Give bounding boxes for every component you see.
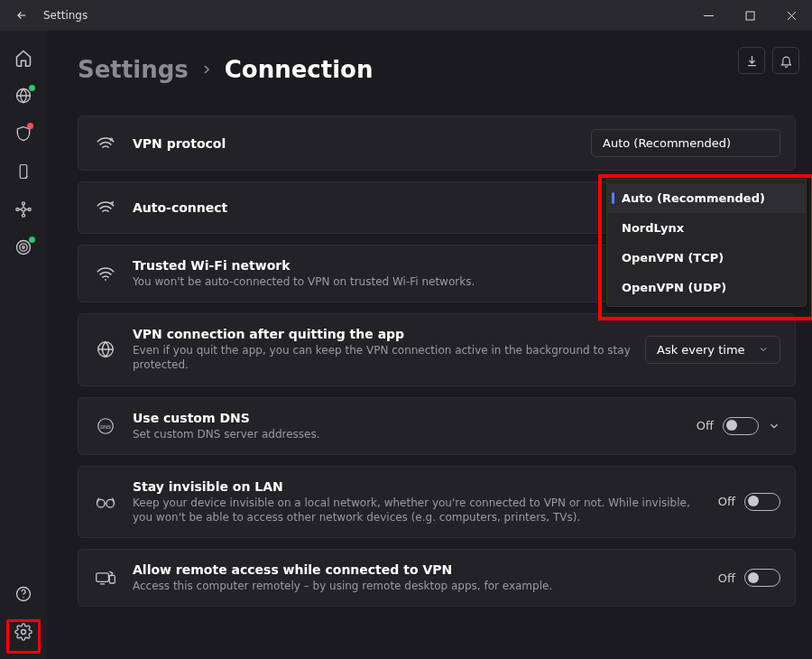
sidebar-item-globe[interactable] xyxy=(9,81,38,110)
chevron-down-icon xyxy=(758,344,769,355)
download-button[interactable] xyxy=(738,47,765,74)
svg-point-7 xyxy=(23,202,25,205)
svg-point-11 xyxy=(23,246,25,249)
wifi-arrow-icon xyxy=(93,195,118,220)
chevron-right-icon xyxy=(199,62,214,77)
wifi-star-icon xyxy=(93,131,118,156)
titlebar: Settings xyxy=(0,0,812,31)
dns-toggle[interactable] xyxy=(723,417,759,435)
remote-toggle[interactable] xyxy=(744,569,780,587)
setting-remote-access: Allow remote access while connected to V… xyxy=(78,549,796,607)
setting-subtitle: Access this computer remotely – by using… xyxy=(133,579,704,593)
protocol-select[interactable]: Auto (Recommended) xyxy=(591,129,780,157)
window-controls xyxy=(687,0,812,31)
svg-point-5 xyxy=(16,209,19,211)
toggle-label: Off xyxy=(697,419,714,432)
svg-point-19 xyxy=(97,499,106,507)
svg-rect-21 xyxy=(97,573,109,581)
sidebar-item-device[interactable] xyxy=(9,157,38,186)
setting-subtitle: Even if you quit the app, you can keep t… xyxy=(133,343,631,372)
dropdown-option[interactable]: NordLynx xyxy=(607,213,806,243)
setting-custom-dns: DNS Use custom DNS Set custom DNS server… xyxy=(78,397,796,455)
breadcrumb-root[interactable]: Settings xyxy=(78,56,189,83)
svg-rect-3 xyxy=(20,165,27,179)
dns-icon: DNS xyxy=(93,413,118,439)
topbar-actions xyxy=(738,47,799,74)
dropdown-option[interactable]: OpenVPN (UDP) xyxy=(607,273,806,302)
status-dot-icon xyxy=(29,85,35,91)
svg-rect-22 xyxy=(109,576,115,584)
setting-subtitle: Set custom DNS server addresses. xyxy=(133,427,682,441)
svg-rect-0 xyxy=(704,15,714,16)
setting-title: Allow remote access while connected to V… xyxy=(133,562,704,577)
setting-subtitle: Keep your device invisible on a local ne… xyxy=(133,496,704,524)
dropdown-option[interactable]: OpenVPN (TCP) xyxy=(607,243,806,273)
setting-vpn-protocol: VPN protocol Auto (Recommended) xyxy=(78,116,796,171)
svg-point-8 xyxy=(23,214,25,217)
setting-title: Auto-connect xyxy=(133,200,640,215)
setting-after-quit: VPN connection after quitting the app Ev… xyxy=(78,313,796,385)
protocol-dropdown: Auto (Recommended) NordLynx OpenVPN (TCP… xyxy=(606,179,807,307)
after-quit-select[interactable]: Ask every time xyxy=(645,336,780,364)
toggle-label: Off xyxy=(718,495,735,508)
sidebar xyxy=(0,31,47,659)
sidebar-item-settings[interactable] xyxy=(9,617,38,646)
remote-icon xyxy=(93,565,118,590)
globe-icon xyxy=(93,337,118,362)
back-button[interactable] xyxy=(9,3,34,28)
content-area: Settings Connection VPN protocol Auto (R… xyxy=(47,31,812,659)
select-value: Ask every time xyxy=(657,343,745,357)
svg-point-14 xyxy=(22,630,26,635)
lan-toggle[interactable] xyxy=(744,493,780,511)
svg-point-15 xyxy=(105,279,106,281)
setting-title: VPN protocol xyxy=(133,136,577,151)
status-dot-icon xyxy=(27,123,33,129)
svg-point-10 xyxy=(20,244,27,251)
sidebar-item-mesh[interactable] xyxy=(9,195,38,224)
setting-lan-invisible: Stay invisible on LAN Keep your device i… xyxy=(78,466,796,538)
svg-point-9 xyxy=(17,241,31,255)
svg-point-4 xyxy=(22,208,25,211)
svg-point-20 xyxy=(106,499,115,507)
sidebar-item-help[interactable] xyxy=(9,580,38,608)
svg-point-6 xyxy=(28,209,31,211)
notifications-button[interactable] xyxy=(772,47,799,74)
breadcrumb-current: Connection xyxy=(225,56,374,83)
sidebar-item-scan[interactable] xyxy=(9,233,38,262)
glasses-icon xyxy=(93,489,118,515)
setting-title: VPN connection after quitting the app xyxy=(133,327,631,341)
toggle-label: Off xyxy=(718,571,735,585)
window-title: Settings xyxy=(43,9,88,22)
wifi-icon xyxy=(93,261,118,286)
maximize-button[interactable] xyxy=(729,0,770,31)
minimize-button[interactable] xyxy=(687,0,729,31)
close-button[interactable] xyxy=(770,0,812,31)
select-value: Auto (Recommended) xyxy=(603,136,731,150)
setting-title: Stay invisible on LAN xyxy=(133,479,704,494)
setting-title: Use custom DNS xyxy=(133,411,682,425)
chevron-down-icon[interactable] xyxy=(768,420,780,432)
svg-point-13 xyxy=(23,597,23,598)
svg-text:DNS: DNS xyxy=(100,423,111,429)
dropdown-option[interactable]: Auto (Recommended) xyxy=(607,183,806,213)
sidebar-item-shield[interactable] xyxy=(9,119,38,148)
status-dot-icon xyxy=(29,237,35,243)
sidebar-item-home[interactable] xyxy=(9,43,38,72)
svg-rect-1 xyxy=(746,12,754,20)
breadcrumb: Settings Connection xyxy=(78,56,796,83)
